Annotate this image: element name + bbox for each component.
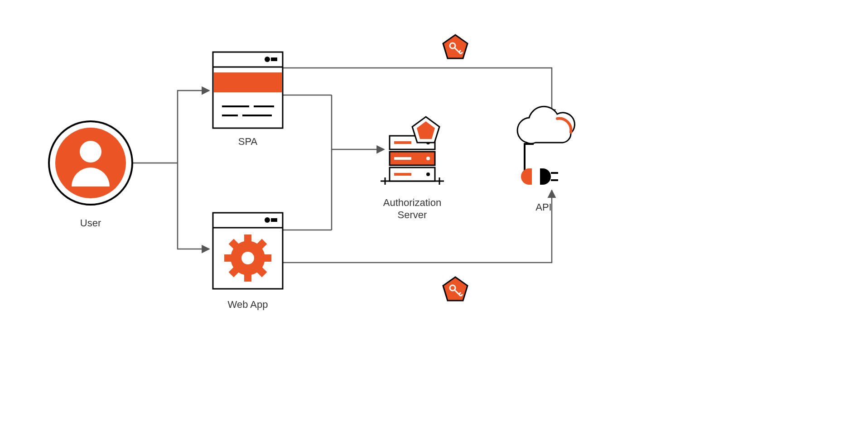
svg-rect-31 xyxy=(394,173,411,176)
svg-rect-16 xyxy=(271,218,277,222)
user-label: User xyxy=(80,217,101,229)
webapp-label: Web App xyxy=(228,299,268,310)
auth-label-2: Server xyxy=(398,209,427,220)
svg-rect-7 xyxy=(271,57,277,61)
svg-rect-20 xyxy=(224,254,233,262)
spa-label: SPA xyxy=(238,136,258,147)
auth-label-1: Authorization xyxy=(383,197,441,208)
svg-point-6 xyxy=(265,57,270,62)
svg-rect-34 xyxy=(394,157,411,160)
svg-rect-8 xyxy=(214,72,282,92)
api-label: API xyxy=(535,201,551,213)
svg-point-15 xyxy=(265,217,270,223)
svg-rect-19 xyxy=(244,273,251,282)
svg-rect-18 xyxy=(244,235,251,244)
architecture-diagram: User SPA xyxy=(0,0,868,426)
svg-rect-37 xyxy=(394,141,411,144)
svg-rect-21 xyxy=(262,254,271,262)
svg-point-32 xyxy=(426,172,430,176)
svg-point-26 xyxy=(241,252,254,264)
svg-point-3 xyxy=(80,141,101,163)
svg-point-35 xyxy=(426,157,430,160)
svg-point-2 xyxy=(55,128,126,198)
svg-rect-0 xyxy=(0,0,868,426)
